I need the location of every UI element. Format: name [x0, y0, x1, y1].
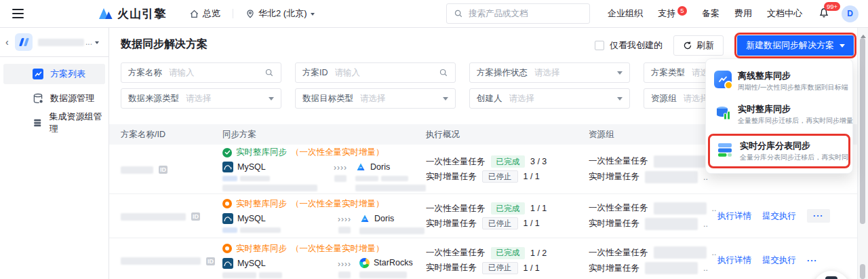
location-pin-icon	[245, 9, 255, 19]
source-db-name: MySQL	[237, 259, 266, 268]
search-icon	[264, 68, 274, 77]
redacted-text	[338, 272, 351, 278]
cell-sync-plan: 实时整库同步（一次性全量实时增量） MySQL ››››	[222, 147, 426, 191]
cell-actions: 执行详情 提交执行 ···	[717, 210, 868, 222]
only-mine-filter[interactable]: 仅看我创建的	[595, 39, 663, 52]
id-badge: ID	[206, 257, 215, 265]
table-row[interactable]: ID 实时整库同步（一次性全量实时增量） MySQL	[109, 238, 868, 279]
filter-solution-id[interactable]: 方案ID 请输入	[295, 62, 456, 83]
create-solution-dropdown: 离线整库同步 周期性/一次性同步整库数据到目标端 实时整库同步 全量整库同步迁移…	[705, 58, 853, 174]
nav-links: 企业组织 支持 5 备案 费用 文档中心	[608, 7, 802, 20]
action-submit-exec[interactable]: 提交执行	[762, 210, 796, 222]
project-selector[interactable]: ‹ ...	[0, 28, 108, 56]
search-input[interactable]	[467, 8, 583, 19]
dropdown-item-offline-sync[interactable]: 离线整库同步 周期性/一次性同步整库数据到目标端	[706, 64, 852, 98]
redacted-solution-name	[121, 257, 201, 265]
cell-resource-group: 一次性全量任务.. 实时增量任务..	[589, 152, 717, 187]
region-selector[interactable]: 华北2 (北京)	[245, 7, 315, 20]
dropdown-item-realtime-db-sync[interactable]: 实时整库同步 全量整库同步迁移后，再实时同步增量	[706, 98, 852, 131]
chevron-down-icon	[617, 97, 623, 103]
refresh-button[interactable]: 刷新	[673, 35, 724, 56]
filter-operation-status[interactable]: 方案操作状态 请选择	[469, 62, 630, 83]
cell-name-id: ID	[121, 164, 222, 174]
scrollbar-thumb[interactable]	[860, 38, 865, 224]
app-icon	[15, 33, 33, 51]
annotation-box-sharding-sync: 实时分库分表同步 全量分库分表同步迁移后，再实时同步增量	[708, 134, 850, 168]
nav-link-billing[interactable]: 费用	[734, 7, 752, 20]
nav-link-org[interactable]: 企业组织	[608, 7, 643, 20]
hamburger-menu-icon[interactable]	[12, 9, 24, 18]
status-badge: 已停止	[482, 170, 518, 183]
chevron-down-icon	[311, 13, 315, 18]
redacted-text	[654, 246, 707, 259]
create-solution-button[interactable]: 新建数据同步解决方案	[737, 35, 854, 56]
arrow-glyph: ››››	[338, 259, 351, 269]
more-actions-button[interactable]: ···	[807, 209, 830, 223]
global-search[interactable]	[446, 3, 590, 24]
cell-sync-plan: 实时整库同步（一次性全量实时增量） MySQL ››››	[222, 198, 426, 234]
nav-link-docs[interactable]: 文档中心	[767, 7, 802, 20]
action-exec-detail[interactable]: 执行详情	[717, 255, 751, 266]
server-stack-icon	[33, 117, 43, 128]
sidebar-item-resource-group[interactable]: 集成资源组管理	[3, 113, 105, 133]
status-warning-icon	[222, 244, 232, 253]
scrollbar-thumb-bottom[interactable]	[860, 264, 865, 279]
redacted-solution-name	[121, 213, 186, 221]
arrow-glyph: ››››	[334, 163, 347, 172]
action-exec-detail[interactable]: 执行详情	[717, 210, 751, 222]
source-db-name: MySQL	[237, 162, 266, 172]
nav-link-support[interactable]: 支持 5	[658, 7, 687, 20]
cell-resource-group: 一次性全量任务.. 实时增量任务..	[589, 243, 717, 278]
target-db-name: Doris	[374, 214, 394, 223]
nav-link-beian[interactable]: 备案	[702, 7, 719, 20]
status-success-icon	[222, 148, 232, 157]
offline-sync-icon	[714, 71, 732, 88]
id-badge: ID	[159, 166, 167, 174]
status-badge: 已停止	[482, 217, 518, 229]
target-db-name: Doris	[370, 162, 390, 172]
status-badge: 已完成	[491, 202, 526, 215]
arrow-glyph: ››››	[338, 215, 351, 224]
user-avatar[interactable]: D	[842, 5, 859, 22]
filter-source-type[interactable]: 数据来源类型 请选择	[121, 88, 281, 109]
table-row[interactable]: ID 实时整库同步（一次性全量实时增量） MySQL	[109, 193, 868, 238]
chevron-down-icon	[840, 44, 845, 50]
redacted-text	[338, 227, 351, 234]
collapse-back-icon[interactable]: ‹	[5, 37, 14, 48]
notifications-button[interactable]: 99+	[818, 7, 829, 20]
redacted-solution-name	[121, 166, 153, 174]
vertical-scrollbar[interactable]	[857, 28, 868, 279]
nav-overview[interactable]: 总览	[189, 7, 220, 20]
sync-mode: （一次性全量实时增量）	[291, 147, 384, 158]
sidebar-item-solution-list[interactable]: 方案列表	[3, 64, 105, 84]
cell-resource-group: 一次性全量任务.. 实时增量任务..	[589, 199, 717, 234]
help-icon	[825, 276, 837, 279]
sync-direction: ››››	[338, 215, 351, 234]
cell-sync-plan: 实时整库同步（一次性全量实时增量） MySQL ››››	[222, 243, 426, 278]
target-db-name: StarRocks	[374, 258, 413, 267]
status-badge: 已停止	[482, 262, 518, 274]
brand-logo[interactable]: 火山引擎	[98, 6, 166, 22]
filter-target-type[interactable]: 数据目标类型 请选择	[295, 88, 456, 109]
filter-creator[interactable]: 创建人 请选择	[469, 88, 630, 109]
notification-badge: 99+	[824, 2, 840, 11]
redacted-text	[240, 227, 281, 233]
sidebar-item-datasource[interactable]: 数据源管理	[3, 88, 105, 109]
filter-solution-name[interactable]: 方案名称 请输入	[121, 62, 281, 83]
redacted-text	[654, 155, 707, 168]
only-mine-checkbox[interactable]	[595, 41, 604, 50]
more-actions-button[interactable]: ···	[807, 256, 818, 265]
mysql-icon	[222, 213, 233, 224]
action-submit-exec[interactable]: 提交执行	[762, 255, 796, 266]
mysql-icon	[222, 258, 233, 269]
redacted-text	[222, 227, 237, 233]
sharding-sync-icon	[716, 141, 734, 158]
home-icon	[189, 9, 199, 19]
redacted-text	[222, 176, 237, 181]
redacted-text	[222, 185, 317, 191]
cell-exec-overview: 一次性全量任务已完成3 / 3 实时增量任务已停止1 / 1	[426, 153, 589, 185]
dropdown-item-sharding-sync[interactable]: 实时分库分表同步 全量分库分表同步迁移后，再实时同步增量	[710, 136, 848, 166]
scroll-up-arrow-icon[interactable]	[861, 32, 866, 38]
sync-direction: ››››	[338, 259, 351, 278]
redacted-text	[240, 176, 270, 181]
